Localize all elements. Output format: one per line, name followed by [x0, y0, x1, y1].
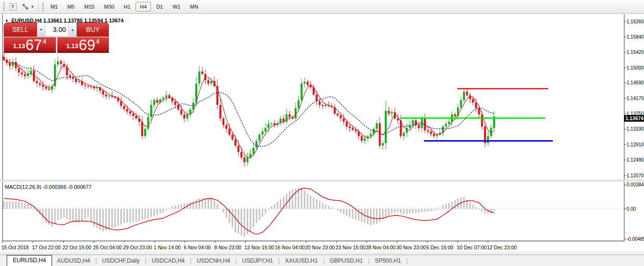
text-tool-icon: T: [10, 3, 17, 10]
arrows-icon: [21, 3, 29, 10]
chart-tab-audusd-h4[interactable]: AUDUSD,H4: [52, 256, 95, 266]
svg-text:28 Nov 04:00: 28 Nov 04:00: [366, 245, 396, 250]
svg-text:1.14170: 1.14170: [627, 96, 644, 101]
timeframe-button-w1[interactable]: W1: [168, 2, 185, 11]
svg-text:1.15000: 1.15000: [627, 65, 644, 71]
volume-input[interactable]: [45, 23, 68, 36]
chart-tab-usdjpy-h1[interactable]: USDJPY,H1: [237, 256, 277, 266]
chart-tab-gbpusd-h1[interactable]: GBPUSD,H1: [325, 256, 368, 266]
svg-text:25 Oct 04:00: 25 Oct 04:00: [93, 245, 122, 250]
timeframe-button-m30[interactable]: M30: [100, 2, 118, 11]
svg-text:-0.004856: -0.004856: [627, 236, 644, 242]
svg-text:6 Nov 04:00: 6 Nov 04:00: [184, 245, 211, 250]
svg-text:8 Nov 23:00: 8 Nov 23:00: [214, 245, 242, 250]
timeframe-button-m5[interactable]: M5: [63, 2, 79, 11]
buy-price-big: 69: [79, 39, 95, 51]
buy-price-box[interactable]: 1.13 69 4: [57, 37, 109, 53]
sell-price-prefix: 1.13: [13, 43, 25, 49]
pane-splitter[interactable]: [0, 180, 644, 182]
buy-price-pip: 4: [95, 38, 99, 45]
timeframe-drag-handle[interactable]: [42, 2, 44, 11]
timeframe-toolbar: M1M5M15M30H1H4D1W1MN: [46, 2, 203, 11]
chart-tab-usdcnh-h4[interactable]: USDCNH,H4: [192, 256, 235, 266]
svg-text:16 Nov 04:00: 16 Nov 04:00: [275, 245, 305, 250]
svg-text:17 Oct 22:00: 17 Oct 22:00: [32, 245, 61, 250]
toolbar-drag-handle[interactable]: [3, 2, 5, 11]
buy-price-prefix: 1.13: [66, 43, 78, 49]
svg-text:10 Dec 07:00: 10 Dec 07:00: [457, 245, 487, 250]
volume-control: ▼ ▲: [37, 22, 77, 37]
mt4-window: 1.162601.158401.154201.150001.145901.141…: [0, 0, 644, 266]
arrows-tool-button[interactable]: ▼: [20, 1, 36, 12]
top-toolbar: T ▼ M1M5M15M30H1H4D1W1MN: [0, 0, 644, 14]
svg-text:0.00: 0.00: [627, 206, 636, 212]
svg-text:13 Nov 15:00: 13 Nov 15:00: [244, 245, 274, 250]
svg-text:1.15840: 1.15840: [627, 34, 644, 40]
sell-price-big: 67: [25, 39, 42, 51]
sell-button[interactable]: SELL: [4, 22, 37, 37]
toolbar-separator: [38, 1, 39, 12]
volume-increase-button[interactable]: ▲: [68, 23, 76, 36]
svg-text:12 Dec 23:00: 12 Dec 23:00: [487, 245, 517, 250]
svg-text:1.12070: 1.12070: [627, 173, 644, 178]
svg-text:1.15420: 1.15420: [627, 50, 644, 55]
timeframe-button-m1[interactable]: M1: [46, 2, 62, 11]
svg-text:1 Nov 14:00: 1 Nov 14:00: [154, 245, 181, 250]
svg-text:15 Oct 2018: 15 Oct 2018: [1, 245, 29, 250]
svg-text:0.003847: 0.003847: [627, 182, 644, 187]
current-price-badge: 1.13674: [624, 115, 644, 122]
caret-down-icon: ▼: [39, 28, 43, 32]
svg-text:5 Dec 15:00: 5 Dec 15:00: [426, 245, 454, 250]
chart-tab-xauusd-h1[interactable]: XAUUSD,H1: [280, 256, 323, 266]
chevron-down-icon: ▼: [31, 5, 34, 9]
svg-text:20 Nov 23:00: 20 Nov 23:00: [305, 245, 335, 250]
svg-text:1.13330: 1.13330: [627, 126, 644, 132]
tab-separator: |: [406, 257, 408, 266]
chart-tab-bar: EURUSD,H4AUDUSD,H4|USDCHF,Daily|USDCAD,H…: [0, 255, 644, 266]
svg-text:1.14590: 1.14590: [627, 80, 644, 85]
timeframe-button-m15[interactable]: M15: [80, 2, 98, 11]
caret-up-icon: ▲: [71, 28, 74, 32]
timeframe-button-mn[interactable]: MN: [186, 2, 202, 11]
macd-indicator-label: MACD(12,26,9) -0.000366 -0.000677: [5, 184, 92, 190]
collapse-panel-icon[interactable]: ▲: [5, 19, 9, 22]
svg-text:1.12490: 1.12490: [627, 157, 644, 163]
svg-text:1.12910: 1.12910: [627, 142, 644, 147]
svg-text:1.13674: 1.13674: [625, 115, 644, 121]
chart-tab-usdchf-daily[interactable]: USDCHF,Daily: [97, 256, 145, 266]
timeframe-button-h1[interactable]: H1: [119, 2, 135, 11]
svg-text:1.16260: 1.16260: [627, 19, 644, 24]
svg-text:30 Nov 23:00: 30 Nov 23:00: [396, 245, 426, 250]
one-click-trading-panel: SELL ▼ ▲ BUY 1.13 67 4 1.13 69 4: [4, 22, 109, 53]
chart-tab-usdcad-h4[interactable]: USDCAD,H4: [147, 256, 190, 266]
buy-button[interactable]: BUY: [77, 22, 109, 37]
volume-decrease-button[interactable]: ▼: [37, 23, 45, 36]
sell-price-pip: 4: [42, 38, 46, 45]
svg-text:23 Nov 15:00: 23 Nov 15:00: [336, 245, 366, 250]
timeframe-button-h4[interactable]: H4: [136, 2, 151, 11]
text-label-tool-button[interactable]: T: [7, 1, 19, 12]
svg-text:29 Oct 23:00: 29 Oct 23:00: [123, 245, 152, 250]
chart-tab-sp500-h1[interactable]: SP500,H1: [370, 256, 406, 266]
timeframe-button-d1[interactable]: D1: [152, 2, 167, 11]
chart-tab-eurusd-h4[interactable]: EURUSD,H4: [7, 255, 52, 266]
svg-text:22 Oct 15:00: 22 Oct 15:00: [63, 245, 91, 250]
sell-price-box[interactable]: 1.13 67 4: [4, 37, 56, 53]
